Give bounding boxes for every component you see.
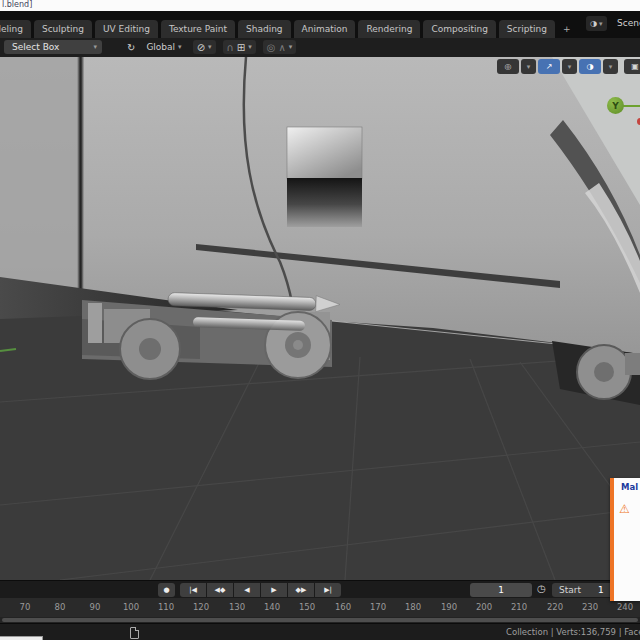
stopwatch-icon: ◷ <box>537 583 546 594</box>
chevron-down-icon: ▾ <box>93 40 97 54</box>
chevron-down-icon: ▾ <box>248 43 252 51</box>
timeline-ruler[interactable]: 70 80 90 100 110 120 130 140 150 160 170… <box>0 598 640 617</box>
object-visibility-button[interactable]: ◎ <box>497 59 519 74</box>
viewport-tool-header: Select Box ▾ ↻ Global ▾ ⊘ ▾ ∩ ⊞ ▾ ◎ ∧ ▾ <box>0 38 640 58</box>
train-body-left-panel <box>0 57 79 298</box>
viewport-header-controls: ◎ ▾ ↗ ▾ ◑ ▾ ▣ ⊕ ● <box>497 59 640 74</box>
ruler-tick: 240 <box>607 602 640 612</box>
chevron-down-icon: ▾ <box>527 63 531 71</box>
orientation-dropdown[interactable]: Global ▾ <box>142 40 185 54</box>
gizmo-icon: ↗ <box>546 62 553 71</box>
ruler-tick: 160 <box>325 602 361 612</box>
scene-selector[interactable]: ◑ ▾ <box>586 16 607 31</box>
snap-target-icon: ⊞ <box>237 42 245 53</box>
select-mode-label: Select Box <box>12 42 59 52</box>
car-gap-seam <box>77 57 84 300</box>
file-icon <box>130 627 139 639</box>
ruler-tick: 70 <box>7 602 43 612</box>
door-recess-fade <box>287 205 362 227</box>
proportional-editing-controls[interactable]: ◎ ∧ ▾ <box>263 40 297 54</box>
next-keyframe-button[interactable]: ◆▶ <box>288 583 314 597</box>
scene-statistics: Collection | Verts:136,759 | Faces:1 <box>506 627 640 637</box>
background-window-sliver <box>0 636 43 640</box>
popup-title: Mal <box>621 482 638 492</box>
jump-start-icon: |◀ <box>189 586 197 594</box>
snap-controls[interactable]: ∩ ⊞ ▾ <box>223 40 256 54</box>
tab-compositing[interactable]: Compositing <box>423 20 495 38</box>
tab-modeling[interactable]: Modeling <box>0 20 31 38</box>
visibility-dropdown[interactable]: ▾ <box>521 59 536 74</box>
gizmos-toggle-button[interactable]: ↗ <box>538 59 560 74</box>
playback-controls: |◀ ◀◆ ◀ ▶ ◆▶ ▶| <box>180 583 341 597</box>
ruler-tick: 180 <box>395 602 431 612</box>
overlays-dropdown[interactable]: ▾ <box>603 59 618 74</box>
ruler-tick: 110 <box>148 602 184 612</box>
previous-keyframe-button[interactable]: ◀◆ <box>207 583 233 597</box>
popup-accent-stripe <box>610 478 614 601</box>
jump-to-start-button[interactable]: |◀ <box>180 583 206 597</box>
topbar: Modeling Sculpting UV Editing Texture Pa… <box>0 11 640 38</box>
start-label: Start <box>559 585 581 595</box>
viewport-3d-scene <box>0 57 640 580</box>
warning-triangle-icon: ⚠ <box>619 502 630 516</box>
chevron-down-icon: ▾ <box>568 63 572 71</box>
ruler-tick: 100 <box>113 602 149 612</box>
transform-tool-settings: ↻ Global ▾ ⊘ ▾ ∩ ⊞ ▾ ◎ ∧ ▾ <box>127 40 296 54</box>
jump-end-icon: ▶| <box>324 586 332 594</box>
ruler-tick: 230 <box>572 602 608 612</box>
current-frame-field[interactable]: 1 <box>470 583 532 597</box>
3d-viewport[interactable]: ◎ ▾ ↗ ▾ ◑ ▾ ▣ ⊕ ● Y <box>0 57 640 580</box>
overlays-icon: ◑ <box>587 62 594 71</box>
select-mode-dropdown[interactable]: Select Box ▾ <box>4 40 102 54</box>
magnet-icon: ∩ <box>227 42 234 53</box>
y-axis-label: Y <box>612 101 619 111</box>
ruler-tick: 90 <box>77 602 113 612</box>
chevron-down-icon: ▾ <box>208 43 212 51</box>
proportional-editing-icon: ◎ <box>267 42 276 53</box>
add-workspace-button[interactable]: + <box>558 20 576 38</box>
ruler-tick: 190 <box>431 602 467 612</box>
ruler-tick: 120 <box>183 602 219 612</box>
next-keyframe-icon: ◆▶ <box>296 586 307 594</box>
orientation-label: Global <box>146 42 175 52</box>
play-button[interactable]: ▶ <box>261 583 287 597</box>
xray-toggle-button[interactable]: ▣ <box>624 59 640 74</box>
play-reverse-button[interactable]: ◀ <box>234 583 260 597</box>
start-value: 1 <box>598 583 604 597</box>
prev-keyframe-icon: ◀◆ <box>215 586 226 594</box>
pivot-point-icon: ⊘ <box>197 42 205 53</box>
window-title: l.blend] <box>2 0 32 9</box>
ruler-tick: 200 <box>466 602 502 612</box>
pivot-point-dropdown[interactable]: ⊘ ▾ <box>193 40 216 54</box>
door-recess-top <box>287 127 362 179</box>
tab-sculpting[interactable]: Sculpting <box>34 20 92 38</box>
notification-popup[interactable]: Mal ⚠ <box>610 478 640 601</box>
tab-texture-paint[interactable]: Texture Paint <box>161 20 235 38</box>
overlays-toggle-button[interactable]: ◑ <box>579 59 601 74</box>
play-icon: ▶ <box>271 586 276 594</box>
door-recess-dark <box>287 178 362 206</box>
gizmos-dropdown[interactable]: ▾ <box>562 59 577 74</box>
ruler-tick: 150 <box>289 602 325 612</box>
tab-scripting[interactable]: Scripting <box>499 20 555 38</box>
gizmo-y-axis-ball[interactable]: Y <box>607 97 624 114</box>
orientation-gizmo-icon: ↻ <box>127 42 135 53</box>
ruler-tick: 220 <box>537 602 573 612</box>
scene-icon: ◑ <box>590 19 597 28</box>
navigation-gizmo[interactable]: Y <box>607 97 640 133</box>
chevron-down-icon: ▾ <box>289 43 293 51</box>
ruler-tick: 170 <box>360 602 396 612</box>
tab-rendering[interactable]: Rendering <box>358 20 420 38</box>
timeline-header: ● |◀ ◀◆ ◀ ▶ ◆▶ ▶| 1 ◷ Start 1 <box>0 580 640 598</box>
falloff-curve-icon: ∧ <box>279 42 286 53</box>
ruler-tick: 80 <box>42 602 78 612</box>
tab-animation[interactable]: Animation <box>294 20 356 38</box>
visibility-icon: ◎ <box>505 62 512 71</box>
status-bar: Collection | Verts:136,759 | Faces:1 <box>0 623 640 640</box>
ruler-tick: 140 <box>254 602 290 612</box>
timeline-scrollbar[interactable] <box>2 618 638 622</box>
tab-shading[interactable]: Shading <box>238 20 291 38</box>
tab-uv-editing[interactable]: UV Editing <box>95 20 158 38</box>
jump-to-end-button[interactable]: ▶| <box>315 583 341 597</box>
auto-keying-record-button[interactable]: ● <box>158 583 175 597</box>
